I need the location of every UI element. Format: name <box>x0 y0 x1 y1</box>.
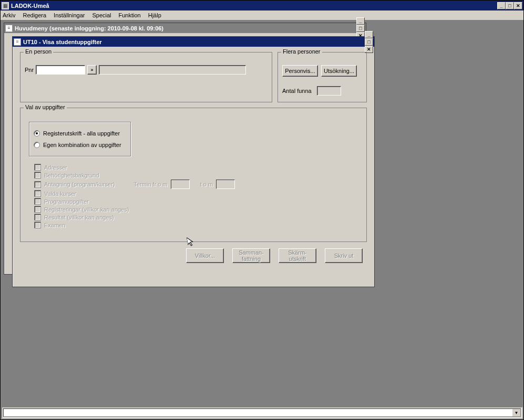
menu-installningar[interactable]: Inställningar <box>54 12 85 18</box>
chk-adresser-label: Adresser <box>44 164 67 171</box>
antal-funna-label: Antal funna <box>282 88 312 94</box>
ut10-icon: ≡ <box>14 38 21 46</box>
checkbox-list: Adresser Behörighetsbakgrund Antagning (… <box>34 164 362 228</box>
fieldset-val-av-uppgifter: Val av uppgifter Registerutskrift - alla… <box>20 108 367 242</box>
menu-redigera[interactable]: Redigera <box>23 12 46 18</box>
huvudmeny-icon: ≡ <box>5 25 13 32</box>
chk-valda-kurser <box>34 190 41 197</box>
app-icon: ▦ <box>2 2 9 9</box>
chk-resultat-label: Resultat (villkor kan anges) <box>44 214 114 220</box>
pnr-lookup-button[interactable]: » <box>87 65 97 75</box>
termin-from-label: Termin fr o m <box>134 181 168 187</box>
chevron-down-icon[interactable]: ▼ <box>512 409 520 416</box>
chk-adresser <box>34 164 41 171</box>
ut10-title: UT10 - Visa studentuppgifter <box>23 39 365 45</box>
chk-programuppgifter <box>34 198 41 205</box>
chk-antagning-label: Antagning (program/kurser) <box>44 181 115 187</box>
antal-funna-display <box>317 86 341 96</box>
ut10-titlebar[interactable]: ≡ UT10 - Visa studentuppgifter _ □ ✕ <box>13 37 374 47</box>
personvis-button[interactable]: Personvis... <box>282 65 318 77</box>
radio-registerutskrift-label: Registerutskrift - alla uppgifter <box>43 130 120 136</box>
radio-egen-kombination-label: Egen kombination av uppgifter <box>43 142 121 148</box>
huvudmeny-titlebar[interactable]: ≡ Huvudmeny (senaste inloggning: 2010-09… <box>4 23 366 33</box>
val-legend: Val av uppgifter <box>24 104 67 110</box>
chk-registreringar-label: Registreringar (villkor kan anges) <box>44 206 129 213</box>
pnr-label: Pnr <box>25 67 34 73</box>
main-window-controls: _ □ ✕ <box>497 2 522 9</box>
menu-arkiv[interactable]: Arkiv <box>3 12 15 18</box>
hm-maximize-button[interactable]: □ <box>356 25 365 32</box>
menubar: Arkiv Redigera Inställningar Special Fun… <box>1 10 523 20</box>
chk-behorighet-label: Behörighetsbakgrund <box>44 172 99 178</box>
minimize-button[interactable]: _ <box>497 2 506 9</box>
fieldset-flera-personer: Flera personer Personvis... Utsökning...… <box>278 52 367 102</box>
mdi-area: ≡ Huvudmeny (senaste inloggning: 2010-09… <box>1 20 523 404</box>
chk-resultat <box>34 214 41 220</box>
sammanfattning-button[interactable]: Samman- fattning <box>232 248 270 263</box>
radio-group-val: Registerutskrift - alla uppgifter Egen k… <box>29 122 131 156</box>
fieldset-en-person: En person Pnr » <box>20 52 272 102</box>
app-title: LADOK-Umeå <box>11 3 497 9</box>
chk-examen <box>34 222 41 228</box>
termin-to-input <box>216 180 235 189</box>
menu-funktion[interactable]: Funktion <box>119 12 141 18</box>
chk-examen-label: Examen <box>44 222 65 228</box>
main-app-window: ▦ LADOK-Umeå _ □ ✕ Arkiv Redigera Instäl… <box>0 0 524 420</box>
ut10-content: En person Pnr » Flera personer Personvis… <box>13 47 374 268</box>
chk-behorighet <box>34 172 41 178</box>
ut10-maximize-button[interactable]: □ <box>365 38 373 46</box>
en-person-legend: En person <box>24 48 53 55</box>
ut10-minimize-button[interactable]: _ <box>365 31 373 38</box>
bottom-button-row: Villkor... Samman- fattning Skärm- utskr… <box>20 248 363 263</box>
menu-hjalp[interactable]: Hjälp <box>148 12 161 18</box>
chk-valda-kurser-label: Valda kurser <box>44 191 76 197</box>
window-ut10: ≡ UT10 - Visa studentuppgifter _ □ ✕ En … <box>12 36 375 287</box>
radio-registerutskrift[interactable] <box>34 130 40 136</box>
menu-special[interactable]: Special <box>92 12 111 18</box>
chk-antagning <box>34 181 41 188</box>
main-titlebar: ▦ LADOK-Umeå _ □ ✕ <box>1 1 523 10</box>
chk-programuppgifter-label: Programuppgifter <box>44 198 89 205</box>
hm-minimize-button[interactable]: _ <box>356 17 365 25</box>
utsokning-button[interactable]: Utsökning... <box>321 65 357 77</box>
huvudmeny-title: Huvudmeny (senaste inloggning: 2010-09-0… <box>15 25 356 32</box>
chk-registreringar <box>34 206 41 213</box>
name-display <box>99 65 246 75</box>
villkor-button[interactable]: Villkor... <box>186 248 224 263</box>
maximize-button[interactable]: □ <box>506 2 514 9</box>
termin-from-input <box>171 180 190 189</box>
radio-egen-kombination[interactable] <box>34 142 40 148</box>
close-button[interactable]: ✕ <box>514 2 522 9</box>
statusbar: ▼ <box>2 407 522 418</box>
termin-to-label: t o m <box>200 181 213 187</box>
status-combo[interactable]: ▼ <box>3 408 521 417</box>
skarmutskrift-button[interactable]: Skärm- utskrift <box>279 248 316 263</box>
flera-legend: Flera personer <box>281 48 322 55</box>
skriv-ut-button[interactable]: Skriv ut <box>325 248 363 263</box>
pnr-input[interactable] <box>36 65 85 75</box>
